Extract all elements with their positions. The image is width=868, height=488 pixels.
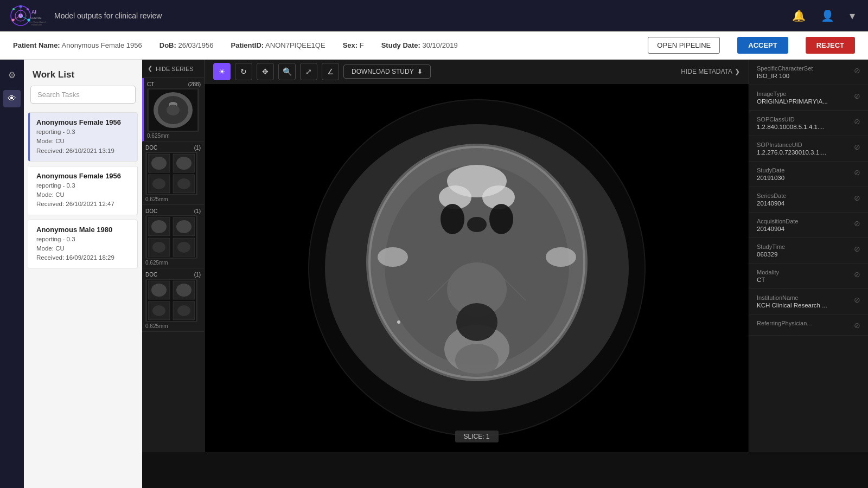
metadata-row: SOPClassUID 1.2.840.10008.5.1.4.1.... ⊘	[749, 111, 868, 136]
patient-name-label: Patient Name:	[13, 41, 60, 49]
series-spacing: 0.625mm	[145, 260, 201, 266]
metadata-row: ReferringPhysician... ⊘	[749, 314, 868, 336]
task-name: Anonymous Male 1980	[36, 226, 131, 234]
pin-icon[interactable]: ⊘	[854, 219, 860, 228]
metadata-row: InstitutionName KCH Clinical Research ..…	[749, 289, 868, 314]
brightness-tool-button[interactable]: ☀	[213, 63, 231, 80]
pin-icon[interactable]: ⊘	[854, 321, 860, 330]
series-item[interactable]: DOC(1) 0.625mm	[142, 205, 204, 268]
eye-icon-btn[interactable]: 👁	[3, 90, 21, 107]
metadata-key: SOPClassUID	[757, 116, 825, 123]
metadata-value: CT	[757, 277, 779, 283]
pid-label: PatientID:	[231, 41, 264, 49]
patient-bar: Patient Name: Anonymous Female 1956 DoB:…	[0, 31, 868, 60]
metadata-key: SOPInstanceUID	[757, 142, 826, 148]
hide-series-button[interactable]: ❮ HIDE SERIES	[142, 60, 204, 78]
metadata-key: SpecificCharacterSet	[757, 65, 813, 72]
pin-icon[interactable]: ⊘	[854, 117, 860, 126]
top-nav: AI CENTRE For Value-Based Healthcare Mod…	[0, 0, 868, 31]
metadata-row: AcquisitionDate 20140904 ⊘	[749, 213, 868, 238]
left-panel: ⚙ 👁 Work List Anonymous Female 1956 repo…	[0, 60, 142, 488]
svg-point-7	[12, 8, 15, 10]
svg-point-55	[378, 247, 408, 267]
chevron-down-icon[interactable]: ▾	[845, 7, 859, 24]
svg-point-44	[176, 284, 192, 297]
metadata-value: ISO_IR 100	[757, 73, 813, 79]
series-panel: ❮ HIDE SERIES CT(288) 0.625mm DOC(1)	[142, 60, 205, 452]
ct-image-area: SLICE: 1	[205, 84, 749, 452]
logo-area: AI CENTRE For Value-Based Healthcare	[9, 4, 48, 28]
patient-study-field: Study Date: 30/10/2019	[381, 41, 458, 49]
fit-tool-button[interactable]: ⤢	[300, 63, 317, 80]
metadata-value: 20140904	[757, 200, 786, 207]
pin-icon[interactable]: ⊘	[854, 92, 860, 100]
svg-point-26	[176, 157, 192, 170]
series-item[interactable]: CT(288) 0.625mm	[142, 78, 204, 142]
svg-point-27	[152, 178, 165, 189]
pin-icon[interactable]: ⊘	[854, 66, 860, 75]
pin-icon[interactable]: ⊘	[854, 168, 860, 177]
series-item[interactable]: DOC(1) 0.625mm	[142, 268, 204, 332]
pin-icon[interactable]: ⊘	[854, 194, 860, 202]
metadata-key: ImageType	[757, 91, 828, 97]
metadata-row: SpecificCharacterSet ISO_IR 100 ⊘	[749, 60, 868, 85]
series-list: CT(288) 0.625mm DOC(1) 0.625mm DOC(1	[142, 78, 204, 332]
metadata-value: 20191030	[757, 175, 784, 181]
settings-icon-btn[interactable]: ⚙	[3, 66, 21, 84]
user-icon[interactable]: 👤	[816, 7, 839, 24]
hide-metadata-button[interactable]: HIDE METADATA ❯	[681, 68, 740, 75]
worklist-title: Work List	[24, 60, 142, 86]
metadata-key: StudyTime	[757, 243, 785, 250]
svg-text:AI: AI	[31, 9, 36, 15]
task-item[interactable]: Anonymous Female 1956 reporting - 0.3Mod…	[28, 112, 138, 162]
download-study-button[interactable]: DOWNLOAD STUDY ⬇	[343, 65, 431, 79]
dob-label: DoB:	[159, 41, 176, 49]
metadata-row: StudyTime 060329 ⊘	[749, 238, 868, 264]
series-item[interactable]: DOC(1) 0.625mm	[142, 142, 204, 205]
metadata-value: 1.2.276.0.7230010.3.1....	[757, 149, 826, 156]
svg-point-58	[455, 344, 499, 376]
svg-point-67	[397, 320, 400, 324]
bell-icon[interactable]: 🔔	[788, 7, 810, 24]
angle-tool-button[interactable]: ∠	[322, 63, 339, 80]
task-detail: reporting - 0.3Mode: CUReceived: 26/10/2…	[36, 181, 131, 209]
task-item[interactable]: Anonymous Male 1980 reporting - 0.3Mode:…	[28, 220, 138, 269]
task-item[interactable]: Anonymous Female 1956 reporting - 0.3Mod…	[28, 166, 138, 215]
series-label: DOC(1)	[145, 208, 201, 214]
metadata-key: Modality	[757, 269, 779, 275]
metadata-key: SeriesDate	[757, 192, 786, 199]
series-label: DOC(1)	[145, 272, 201, 278]
patient-pid-field: PatientID: ANON7PIQEE1QE	[231, 41, 326, 49]
pin-icon[interactable]: ⊘	[854, 245, 860, 253]
pin-icon[interactable]: ⊘	[854, 143, 860, 151]
toolbar-tools: ☀ ↻ ✥ 🔍 ⤢ ∠ DOWNLOAD STUDY ⬇	[213, 63, 431, 80]
series-thumbnail	[145, 215, 197, 259]
svg-point-61	[467, 217, 487, 232]
metadata-row: Modality CT ⊘	[749, 264, 868, 289]
svg-point-35	[176, 220, 192, 233]
rotate-tool-button[interactable]: ↻	[235, 63, 252, 80]
main-layout: ⚙ 👁 Work List Anonymous Female 1956 repo…	[0, 60, 868, 488]
sex-label: Sex:	[343, 41, 358, 49]
pin-icon[interactable]: ⊘	[854, 296, 860, 304]
search-input[interactable]	[30, 86, 136, 104]
chevron-right-icon: ❯	[735, 68, 740, 75]
series-thumbnail	[145, 152, 197, 195]
open-pipeline-button[interactable]: OPEN PIPELINE	[648, 37, 720, 54]
zoom-tool-button[interactable]: 🔍	[278, 63, 296, 80]
task-detail: reporting - 0.3Mode: CUReceived: 26/10/2…	[36, 127, 131, 156]
svg-point-36	[152, 242, 165, 253]
svg-point-34	[151, 220, 167, 233]
svg-point-63	[456, 303, 497, 341]
metadata-key: StudyDate	[757, 167, 784, 174]
patient-sex-field: Sex: F	[343, 41, 364, 49]
pid-value: ANON7PIQEE1QE	[265, 41, 326, 49]
logo-icon: AI CENTRE For Value-Based Healthcare	[9, 4, 48, 28]
task-list: Anonymous Female 1956 reporting - 0.3Mod…	[24, 110, 142, 488]
pin-icon[interactable]: ⊘	[854, 270, 860, 279]
reject-button[interactable]: REJECT	[806, 37, 855, 54]
viewer-main: ☀ ↻ ✥ 🔍 ⤢ ∠ DOWNLOAD STUDY ⬇ HIDE METADA…	[205, 60, 749, 452]
pan-tool-button[interactable]: ✥	[257, 63, 274, 80]
accept-button[interactable]: ACCEPT	[737, 37, 788, 54]
download-label: DOWNLOAD STUDY	[352, 68, 414, 75]
